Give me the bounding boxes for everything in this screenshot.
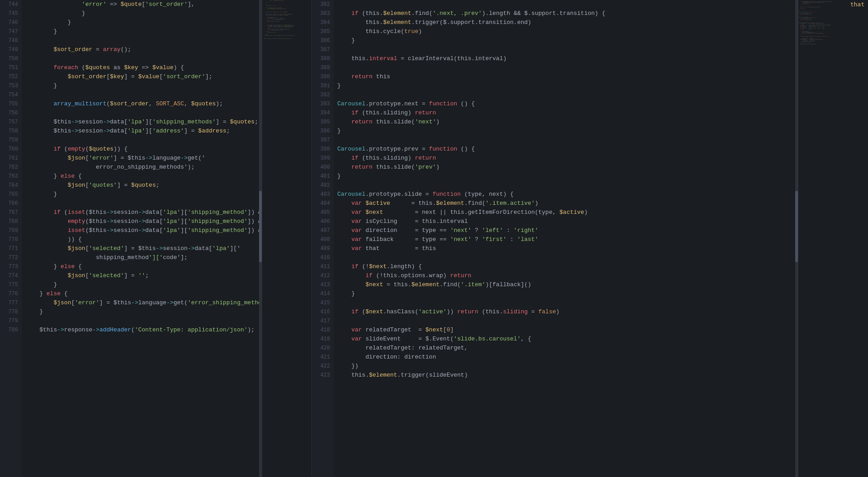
code-line: Carousel.prototype.slide = function (typ… [337, 190, 794, 199]
code-line [337, 253, 794, 262]
line-number: 397 [316, 136, 330, 145]
line-number: 387 [316, 45, 330, 54]
line-number: 780 [4, 326, 18, 335]
code-line [337, 181, 794, 190]
code-line: $sort_order[$key] = $value['sort_order']… [25, 72, 258, 81]
line-number: 400 [316, 163, 330, 172]
code-line: empty($this->session->data['lpa']['shipp… [25, 217, 258, 226]
left-scrollbar-track[interactable] [259, 0, 262, 477]
code-line: var fallback = type == 'next' ? 'first' … [337, 235, 794, 244]
code-line: array_multisort($sort_order, SORT_ASC, $… [25, 99, 258, 109]
line-number: 422 [316, 362, 330, 371]
code-line [337, 136, 794, 145]
code-line: var $active = this.$element.find('.item.… [337, 199, 794, 208]
line-number: 393 [316, 99, 330, 109]
line-number: 755 [4, 99, 18, 109]
code-line [337, 90, 794, 99]
code-line: this.interval = clearInterval(this.inter… [337, 54, 794, 63]
right-line-numbers: 3823833843853863873883893903913923933943… [312, 0, 334, 477]
line-number: 419 [316, 335, 330, 344]
left-code-view: 7447457467477487497507517527537547557567… [0, 0, 262, 477]
line-number: 779 [4, 316, 18, 326]
minimap: 'error' => $quote['sort_order'], } } } $… [262, 0, 311, 477]
code-line: } [25, 27, 258, 36]
code-line: $next = this.$element.find('.item')[fall… [337, 280, 794, 289]
line-number: 395 [316, 118, 330, 127]
line-number: 778 [4, 307, 18, 316]
code-line: $json['quotes'] = $quotes; [25, 181, 258, 190]
code-line: $json['selected'] = $this->session->data… [25, 244, 258, 253]
line-number: 399 [316, 154, 330, 163]
line-number: 420 [316, 344, 330, 353]
that-label: that [850, 1, 864, 8]
line-number: 382 [316, 0, 330, 9]
line-number: 383 [316, 9, 330, 18]
code-line: return this [337, 72, 794, 81]
code-line [25, 136, 258, 145]
left-line-numbers: 7447457467477487497507517527537547557567… [0, 0, 22, 477]
code-line [337, 45, 794, 54]
code-line: } [25, 307, 258, 316]
line-number: 771 [4, 244, 18, 253]
code-line: shipping_method']['code']; [25, 253, 258, 262]
line-number: 745 [4, 9, 18, 18]
far-right-minimap-pane: if (this.$element.find('.next, .prev').l… [798, 0, 868, 477]
line-number: 763 [4, 172, 18, 181]
line-number: 394 [316, 109, 330, 118]
line-number: 752 [4, 72, 18, 81]
line-number: 772 [4, 253, 18, 262]
code-line: } [25, 190, 258, 199]
code-line: )) { [25, 235, 258, 244]
code-line: var relatedTarget = $next[0] [337, 326, 794, 335]
line-number: 751 [4, 63, 18, 72]
line-number: 774 [4, 271, 18, 280]
code-line: $sort_order = array(); [25, 45, 258, 54]
line-number: 405 [316, 208, 330, 217]
code-line: if (this.sliding) return [337, 154, 794, 163]
line-number: 386 [316, 36, 330, 45]
line-number: 384 [316, 18, 330, 27]
line-number: 760 [4, 145, 18, 154]
line-number: 750 [4, 54, 18, 63]
code-line: } [25, 18, 258, 27]
line-number: 753 [4, 81, 18, 90]
code-line: this.$element.trigger(slideEvent) [337, 371, 794, 380]
code-line: if (!$next.length) { [337, 262, 794, 271]
code-line: if (this.$element.find('.next, .prev').l… [337, 9, 794, 18]
line-number: 777 [4, 298, 18, 307]
code-line [25, 36, 258, 45]
line-number: 761 [4, 154, 18, 163]
code-line: return this.slide('next') [337, 118, 794, 127]
code-line: error_no_shipping_methods'); [25, 163, 258, 172]
code-line: $this->session->data['lpa']['shipping_me… [25, 118, 258, 127]
code-line [25, 316, 258, 326]
line-number: 415 [316, 298, 330, 307]
code-line: Carousel.prototype.next = function () { [337, 99, 794, 109]
code-line: } else { [25, 289, 258, 298]
code-line: relatedTarget: relatedTarget, [337, 344, 794, 353]
left-scrollbar-thumb[interactable] [259, 191, 262, 262]
right-pane: 3823833843853863873883893903913923933943… [312, 0, 798, 477]
code-line: } else { [25, 172, 258, 181]
line-number: 767 [4, 208, 18, 217]
line-number: 762 [4, 163, 18, 172]
code-line [25, 109, 258, 118]
code-line: var $next = next || this.getItemForDirec… [337, 208, 794, 217]
line-number: 417 [316, 316, 330, 326]
line-number: 409 [316, 244, 330, 253]
line-number: 416 [316, 307, 330, 316]
code-line [337, 63, 794, 72]
code-line: 'error' => $quote['sort_order'], [25, 0, 258, 9]
line-number: 410 [316, 253, 330, 262]
code-line: this.$element.trigger($.support.transiti… [337, 18, 794, 27]
line-number: 758 [4, 127, 18, 136]
line-number: 747 [4, 27, 18, 36]
line-number: 402 [316, 181, 330, 190]
code-line: } else { [25, 262, 258, 271]
line-number: 754 [4, 90, 18, 99]
code-line: var that = this [337, 244, 794, 253]
code-line: } [337, 172, 794, 181]
line-number: 413 [316, 280, 330, 289]
code-line: }) [337, 362, 794, 371]
code-line: foreach ($quotes as $key => $value) { [25, 63, 258, 72]
